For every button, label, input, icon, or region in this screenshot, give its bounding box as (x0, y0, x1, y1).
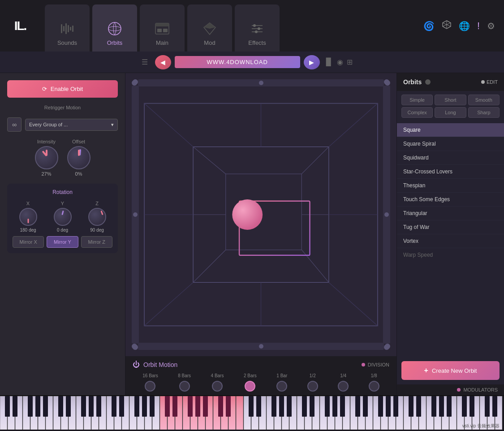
orbit-item-squidward[interactable]: Squidward (397, 151, 504, 165)
orbit-item-thespian[interactable]: Thespian (397, 179, 504, 193)
svg-point-17 (253, 24, 256, 27)
svg-rect-115 (66, 396, 71, 417)
edit-button[interactable]: EDIT (481, 79, 498, 85)
mirror-x-button[interactable]: Mirror X (13, 236, 44, 248)
x-rotation-knob[interactable] (19, 208, 37, 226)
header-icons: 🌀 🌐 ! ⚙ (414, 20, 504, 32)
mirror-z-button[interactable]: Mirror Z (81, 236, 112, 248)
timing-dot-1bar[interactable] (276, 381, 287, 392)
settings-small-icon[interactable]: ⊞ (347, 58, 353, 66)
svg-rect-135 (287, 396, 292, 417)
svg-rect-4 (70, 27, 71, 30)
filter-long[interactable]: Long (435, 107, 466, 118)
svg-line-27 (193, 147, 226, 174)
svg-point-19 (255, 30, 258, 33)
orbit-item-square-spiral[interactable]: Square Spiral (397, 137, 504, 151)
timing-dot-2bars[interactable] (245, 381, 255, 392)
diamond-icon (202, 21, 218, 37)
timing-dot-4bars[interactable] (212, 381, 223, 392)
svg-rect-151 (462, 396, 467, 417)
svg-rect-153 (485, 396, 490, 417)
right-panel: Orbits EDIT Simple Short Smooth Complex … (396, 73, 504, 395)
orbit-item-vortex[interactable]: Vortex (397, 234, 504, 248)
profile-icon[interactable]: ◉ (337, 58, 343, 66)
offset-label: Offset (72, 139, 85, 144)
timing-dot-eighth[interactable] (369, 381, 379, 392)
mirror-y-button[interactable]: Mirror Y (47, 236, 78, 248)
piano-keyboard[interactable] (0, 395, 504, 431)
retrigger-row: ∞ Every Group of ... ▾ (7, 117, 118, 132)
svg-rect-138 (325, 396, 330, 417)
next-preset-button[interactable]: ▶ (304, 55, 320, 69)
prev-preset-button[interactable]: ◀ (155, 55, 171, 69)
cube-icon[interactable] (442, 20, 452, 32)
timing-dot-half[interactable] (307, 381, 318, 392)
svg-rect-113 (43, 396, 48, 417)
preset-name[interactable]: WWW.4DOWNLOAD (175, 56, 300, 68)
rotation-title: Rotation (13, 189, 112, 195)
power-icon[interactable]: ⏻ (133, 361, 140, 369)
retrigger-section: Retrigger Motion ∞ Every Group of ... ▾ (7, 105, 118, 132)
globe-icon[interactable]: 🌐 (459, 21, 470, 31)
waveform-small-icon[interactable]: ▐▌ (323, 58, 334, 66)
svg-rect-10 (157, 29, 162, 32)
tab-effects-label: Effects (248, 39, 266, 46)
timing-16bars: 16 Bars (142, 373, 158, 392)
svg-point-42 (232, 199, 263, 230)
svg-rect-124 (165, 396, 170, 417)
plus-icon: + (424, 366, 428, 375)
orbit-item-triangular[interactable]: Triangular (397, 207, 504, 220)
create-orbit-button[interactable]: + Create New Orbit (401, 361, 500, 380)
timing-dot-quarter[interactable] (338, 381, 349, 392)
menu-icon[interactable]: ☰ (142, 58, 148, 66)
tab-effects[interactable]: Effects (235, 4, 280, 52)
intensity-label: Intensity (37, 139, 56, 144)
timing-eighth: 1/8 (369, 373, 379, 392)
tab-sounds[interactable]: Sounds (45, 4, 90, 52)
intensity-value: 27% (41, 171, 51, 177)
z-rotation-knob[interactable] (88, 208, 106, 226)
infinity-button[interactable]: ∞ (7, 117, 22, 132)
orbit-item-square[interactable]: Square (397, 123, 504, 137)
z-value: 90 deg (90, 228, 104, 233)
svg-rect-0 (61, 24, 62, 33)
y-rotation-knob[interactable] (54, 208, 72, 226)
orbit-item-star-crossed[interactable]: Star-Crossed Lovers (397, 165, 504, 179)
gear-icon[interactable]: ⚙ (487, 21, 495, 31)
timing-8bars: 8 Bars (178, 373, 191, 392)
filter-complex[interactable]: Complex (401, 107, 433, 118)
filter-short[interactable]: Short (435, 95, 466, 105)
svg-rect-110 (13, 396, 17, 417)
orbit-item-tug-of-war[interactable]: Tug of War (397, 220, 504, 234)
viz-area (125, 73, 396, 356)
exclamation-icon[interactable]: ! (477, 20, 480, 32)
svg-rect-146 (409, 396, 414, 417)
intensity-knob[interactable] (35, 146, 58, 169)
filter-smooth[interactable]: Smooth (468, 95, 500, 105)
filter-sharp[interactable]: Sharp (468, 107, 500, 118)
timing-dot-8bars[interactable] (179, 381, 190, 392)
svg-rect-149 (439, 396, 444, 417)
svg-rect-126 (188, 396, 193, 417)
offset-knob[interactable] (67, 146, 90, 169)
orbit-item-warp-speed[interactable]: Warp Speed (397, 248, 504, 262)
tab-main-label: Main (156, 39, 168, 46)
modulators-bar: MODULATORS (397, 384, 504, 395)
retrigger-dropdown[interactable]: Every Group of ... ▾ (25, 119, 118, 131)
filter-simple[interactable]: Simple (401, 95, 433, 105)
edit-dot-icon (481, 80, 485, 84)
spiral-icon[interactable]: 🌀 (423, 21, 435, 31)
y-label: Y (61, 201, 64, 206)
svg-line-31 (144, 103, 193, 147)
orbit-item-touch-some-edges[interactable]: Touch Some Edges (397, 193, 504, 207)
tab-mod[interactable]: Mod (187, 4, 232, 52)
tab-main[interactable]: Main (140, 4, 185, 52)
filter-buttons: Simple Short Smooth Complex Long Sharp (397, 91, 504, 121)
tab-orbits[interactable]: Orbits (92, 4, 137, 52)
svg-rect-2 (65, 23, 67, 34)
mirror-buttons: Mirror X Mirror Y Mirror Z (13, 236, 112, 248)
enable-orbit-button[interactable]: ⟳ Enable Orbit (7, 80, 118, 98)
intensity-knob-container: Intensity 27% (35, 139, 58, 177)
timing-dot-16bars[interactable] (145, 381, 155, 392)
svg-rect-74 (236, 396, 243, 430)
